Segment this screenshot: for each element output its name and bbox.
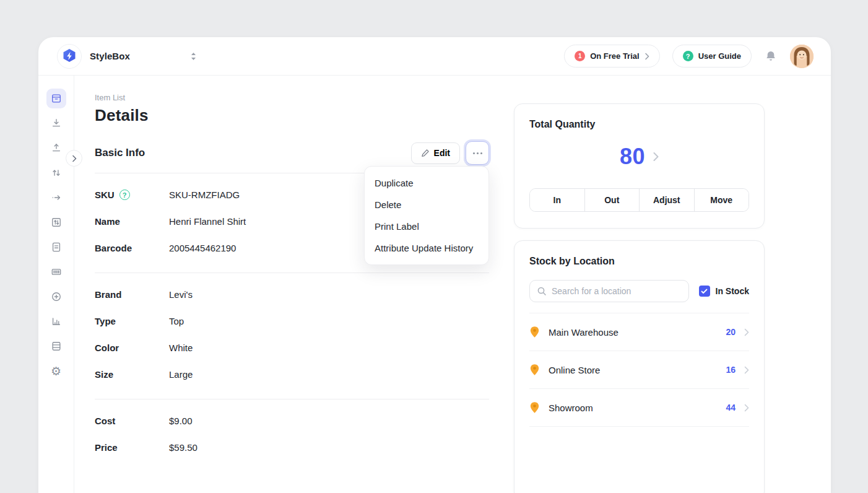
field-value: Henri Flannel Shirt <box>169 216 246 227</box>
app-name: StyleBox <box>90 51 130 61</box>
field-group-attributes: Brand Levi's Type Top Color White Size L… <box>95 273 489 388</box>
sidebar-item-counting[interactable] <box>46 212 66 232</box>
tray-arrow-up-icon <box>50 142 63 154</box>
field-value: 2005445462190 <box>169 243 236 253</box>
field-label: Barcode <box>95 243 132 253</box>
field-group-pricing: Cost $9.00 Price $59.50 <box>95 399 489 461</box>
adjust-button[interactable]: Adjust <box>639 189 694 211</box>
help-icon[interactable]: ? <box>119 190 130 200</box>
field-row-cost: Cost $9.00 <box>95 408 489 434</box>
location-list: Main Warehouse 20 Online Store <box>529 313 749 427</box>
location-search[interactable] <box>529 280 689 302</box>
basic-info-header: Basic Info Edit <box>95 141 489 165</box>
chevron-right-icon <box>653 152 659 162</box>
in-stock-label: In Stock <box>716 286 749 296</box>
field-label: Color <box>95 342 119 353</box>
chevron-right-icon <box>72 155 77 162</box>
sidebar-item-add[interactable] <box>46 287 66 307</box>
package-icon <box>50 92 63 105</box>
total-quantity-row[interactable]: 80 <box>529 144 749 170</box>
breadcrumb[interactable]: Item List <box>95 93 489 102</box>
field-label: SKU <box>95 190 115 200</box>
trial-status-button[interactable]: 1 On Free Trial <box>564 45 659 68</box>
field-label: Type <box>95 316 116 326</box>
move-button[interactable]: Move <box>694 189 749 211</box>
location-name: Showroom <box>549 403 593 413</box>
workspace-switcher[interactable] <box>190 51 197 61</box>
section-actions: Edit <box>411 141 489 165</box>
field-row-size: Size Large <box>95 361 489 388</box>
chevron-right-icon <box>744 366 749 374</box>
sidebar-collapse-button[interactable] <box>66 150 82 167</box>
database-icon <box>50 340 63 352</box>
user-avatar[interactable] <box>790 45 814 68</box>
field-row-price: Price $59.50 <box>95 434 489 461</box>
pencil-icon <box>421 149 430 157</box>
avatar-image <box>790 45 814 68</box>
location-quantity: 16 <box>726 365 736 375</box>
map-pin-icon <box>529 364 540 376</box>
field-row-color: Color White <box>95 334 489 361</box>
sidebar-item-reports[interactable] <box>46 312 66 331</box>
chevron-right-icon <box>644 53 649 60</box>
more-actions-button[interactable] <box>466 141 489 165</box>
bar-chart-icon <box>50 315 63 328</box>
checkbox-checked-icon[interactable] <box>699 286 710 297</box>
sidebar-item-stock-out[interactable] <box>46 138 66 158</box>
search-icon <box>537 286 547 296</box>
help-badge-icon: ? <box>683 51 693 61</box>
top-header: StyleBox 1 On Free Trial ? User Guide <box>38 37 831 76</box>
chevron-right-icon <box>744 328 749 336</box>
header-right: 1 On Free Trial ? User Guide <box>564 45 814 68</box>
sidebar-item-settings[interactable]: ⚙ <box>46 361 66 381</box>
location-name: Main Warehouse <box>549 327 618 338</box>
stock-out-button[interactable]: Out <box>584 189 640 211</box>
sidebar-item-documents[interactable] <box>46 237 66 257</box>
sidebar-item-stock-in[interactable] <box>46 113 66 133</box>
page-title: Details <box>95 106 489 125</box>
quantity-action-bar: In Out Adjust Move <box>529 188 749 212</box>
sort-arrows-icon <box>190 51 197 61</box>
barcode-icon <box>50 266 63 278</box>
adjust-panel-icon <box>50 216 63 229</box>
bell-icon[interactable] <box>764 49 778 64</box>
edit-button[interactable]: Edit <box>411 142 460 164</box>
sidebar-item-move[interactable] <box>46 188 66 207</box>
tray-arrow-down-icon <box>50 117 63 129</box>
location-row-main-warehouse[interactable]: Main Warehouse 20 <box>529 313 749 351</box>
plus-circle-icon <box>50 290 63 303</box>
location-row-online-store[interactable]: Online Store 16 <box>529 351 749 389</box>
sidebar: ⚙ <box>38 76 74 493</box>
sidebar-item-items[interactable] <box>46 89 66 108</box>
main-content: Item List Details Basic Info Edit <box>74 76 831 493</box>
in-stock-filter[interactable]: In Stock <box>699 286 749 297</box>
total-quantity-card: Total Quantity 80 In Out Adjust Move <box>514 103 765 229</box>
location-row-showroom[interactable]: Showroom 44 <box>529 389 749 427</box>
map-pin-icon <box>529 326 540 338</box>
app-body: ⚙ Item List Details Basic Info <box>38 76 831 493</box>
total-quantity-value[interactable]: 80 <box>620 144 645 170</box>
menu-item-print-label[interactable]: Print Label <box>365 216 488 237</box>
sidebar-item-barcode[interactable] <box>46 262 66 282</box>
stock-in-button[interactable]: In <box>530 189 584 211</box>
location-name: Online Store <box>549 365 600 375</box>
menu-item-attribute-history[interactable]: Attribute Update History <box>365 237 488 259</box>
field-value: $59.50 <box>169 442 197 453</box>
sidebar-item-adjust[interactable] <box>46 163 66 183</box>
ellipsis-icon <box>473 152 475 154</box>
menu-item-duplicate[interactable]: Duplicate <box>365 172 488 194</box>
document-icon <box>50 241 63 253</box>
field-row-type: Type Top <box>95 308 489 334</box>
user-guide-button[interactable]: ? User Guide <box>672 45 752 68</box>
field-value: SKU-RMZFIADG <box>169 190 240 200</box>
field-label: Name <box>95 216 120 227</box>
field-value: $9.00 <box>169 416 193 426</box>
sidebar-item-data[interactable] <box>46 336 66 356</box>
hexagon-bolt-icon <box>61 48 78 65</box>
field-label: Brand <box>95 289 121 300</box>
location-search-input[interactable] <box>552 286 682 296</box>
menu-item-delete[interactable]: Delete <box>365 194 488 216</box>
chevron-right-icon <box>744 404 749 412</box>
map-pin-icon <box>529 401 540 414</box>
location-quantity: 20 <box>726 327 736 337</box>
